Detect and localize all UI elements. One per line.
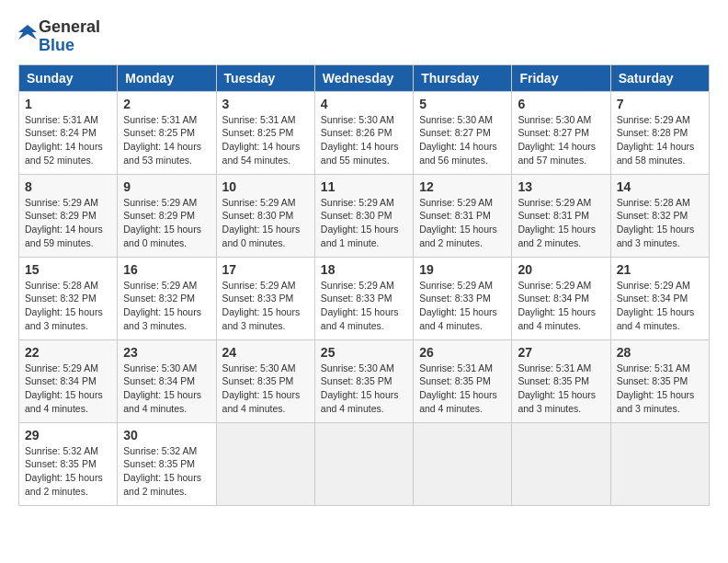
day-detail: Sunrise: 5:29 AMSunset: 8:30 PMDaylight:… xyxy=(321,196,407,250)
sunrise-text: Sunrise: 5:29 AM xyxy=(419,197,493,208)
week-row-5: 29Sunrise: 5:32 AMSunset: 8:35 PMDayligh… xyxy=(19,422,710,505)
day-detail: Sunrise: 5:29 AMSunset: 8:33 PMDaylight:… xyxy=(321,279,407,333)
week-row-1: 1Sunrise: 5:31 AMSunset: 8:24 PMDaylight… xyxy=(19,91,710,174)
daylight-minutes: and 52 minutes. xyxy=(25,155,94,166)
sunrise-text: Sunrise: 5:31 AM xyxy=(617,362,690,373)
calendar-cell: 30Sunrise: 5:32 AMSunset: 8:35 PMDayligh… xyxy=(118,422,216,505)
sunrise-text: Sunrise: 5:29 AM xyxy=(123,197,197,208)
day-number: 9 xyxy=(123,179,210,194)
daylight-minutes: and 3 minutes. xyxy=(123,320,187,331)
calendar-cell xyxy=(216,422,314,505)
sunrise-text: Sunrise: 5:30 AM xyxy=(123,362,197,373)
sunrise-text: Sunrise: 5:31 AM xyxy=(123,114,197,125)
day-detail: Sunrise: 5:29 AMSunset: 8:28 PMDaylight:… xyxy=(617,113,703,167)
daylight-minutes: and 55 minutes. xyxy=(321,155,390,166)
daylight-label: Daylight: 14 hours xyxy=(123,141,201,152)
daylight-label: Daylight: 15 hours xyxy=(123,306,201,317)
daylight-label: Daylight: 15 hours xyxy=(617,306,695,317)
week-row-2: 8Sunrise: 5:29 AMSunset: 8:29 PMDaylight… xyxy=(19,174,710,257)
sunrise-text: Sunrise: 5:28 AM xyxy=(617,197,690,208)
day-detail: Sunrise: 5:31 AMSunset: 8:35 PMDaylight:… xyxy=(419,362,506,416)
daylight-minutes: and 4 minutes. xyxy=(419,403,483,414)
daylight-minutes: and 2 minutes. xyxy=(419,237,483,248)
daylight-label: Daylight: 15 hours xyxy=(419,389,497,400)
sunrise-text: Sunrise: 5:29 AM xyxy=(321,197,394,208)
calendar-cell: 7Sunrise: 5:29 AMSunset: 8:28 PMDaylight… xyxy=(610,91,709,174)
day-number: 15 xyxy=(25,262,111,277)
day-detail: Sunrise: 5:29 AMSunset: 8:31 PMDaylight:… xyxy=(518,196,604,250)
sunrise-text: Sunrise: 5:29 AM xyxy=(25,362,98,373)
sunset-text: Sunset: 8:31 PM xyxy=(518,210,589,221)
sunrise-text: Sunrise: 5:31 AM xyxy=(25,114,98,125)
header: General Blue xyxy=(18,18,710,55)
day-number: 29 xyxy=(25,428,111,442)
daylight-minutes: and 4 minutes. xyxy=(419,320,483,331)
day-number: 28 xyxy=(617,345,703,360)
sunset-text: Sunset: 8:27 PM xyxy=(419,127,491,138)
calendar-cell: 2Sunrise: 5:31 AMSunset: 8:25 PMDaylight… xyxy=(118,91,216,174)
svg-marker-0 xyxy=(18,25,37,40)
day-detail: Sunrise: 5:28 AMSunset: 8:32 PMDaylight:… xyxy=(617,196,703,250)
day-number: 27 xyxy=(518,345,604,360)
day-number: 20 xyxy=(518,262,604,277)
day-number: 24 xyxy=(222,345,309,360)
calendar-cell: 15Sunrise: 5:28 AMSunset: 8:32 PMDayligh… xyxy=(19,257,118,339)
daylight-label: Daylight: 15 hours xyxy=(419,224,497,235)
day-number: 7 xyxy=(617,97,703,111)
sunset-text: Sunset: 8:30 PM xyxy=(222,210,294,221)
calendar-cell: 11Sunrise: 5:29 AMSunset: 8:30 PMDayligh… xyxy=(314,174,413,257)
calendar-cell: 8Sunrise: 5:29 AMSunset: 8:29 PMDaylight… xyxy=(19,174,118,257)
calendar-cell: 21Sunrise: 5:29 AMSunset: 8:34 PMDayligh… xyxy=(610,257,709,339)
daylight-minutes: and 0 minutes. xyxy=(222,237,286,248)
sunset-text: Sunset: 8:25 PM xyxy=(222,127,294,138)
sunset-text: Sunset: 8:28 PM xyxy=(617,127,688,138)
day-detail: Sunrise: 5:30 AMSunset: 8:35 PMDaylight:… xyxy=(321,362,407,416)
daylight-minutes: and 58 minutes. xyxy=(617,155,686,166)
daylight-minutes: and 54 minutes. xyxy=(222,155,291,166)
sunset-text: Sunset: 8:29 PM xyxy=(123,210,195,221)
day-detail: Sunrise: 5:29 AMSunset: 8:33 PMDaylight:… xyxy=(222,279,309,333)
sunrise-text: Sunrise: 5:30 AM xyxy=(419,114,493,125)
sunset-text: Sunset: 8:35 PM xyxy=(123,458,195,469)
sunrise-text: Sunrise: 5:29 AM xyxy=(321,280,394,291)
daylight-minutes: and 1 minute. xyxy=(321,237,380,248)
sunrise-text: Sunrise: 5:32 AM xyxy=(25,445,98,456)
day-detail: Sunrise: 5:31 AMSunset: 8:24 PMDaylight:… xyxy=(25,113,111,167)
calendar-cell: 9Sunrise: 5:29 AMSunset: 8:29 PMDaylight… xyxy=(118,174,216,257)
calendar-cell: 23Sunrise: 5:30 AMSunset: 8:34 PMDayligh… xyxy=(118,339,216,422)
calendar-cell: 17Sunrise: 5:29 AMSunset: 8:33 PMDayligh… xyxy=(216,257,314,339)
calendar-cell: 5Sunrise: 5:30 AMSunset: 8:27 PMDaylight… xyxy=(414,91,512,174)
day-number: 14 xyxy=(617,179,703,194)
daylight-label: Daylight: 14 hours xyxy=(518,141,596,152)
day-detail: Sunrise: 5:31 AMSunset: 8:35 PMDaylight:… xyxy=(617,362,703,416)
daylight-minutes: and 2 minutes. xyxy=(123,486,187,497)
day-number: 10 xyxy=(222,179,309,194)
sunrise-text: Sunrise: 5:30 AM xyxy=(222,362,296,373)
sunset-text: Sunset: 8:35 PM xyxy=(518,375,589,386)
day-detail: Sunrise: 5:29 AMSunset: 8:33 PMDaylight:… xyxy=(419,279,506,333)
calendar-cell: 14Sunrise: 5:28 AMSunset: 8:32 PMDayligh… xyxy=(610,174,709,257)
sunrise-text: Sunrise: 5:31 AM xyxy=(518,362,591,373)
sunset-text: Sunset: 8:26 PM xyxy=(321,127,392,138)
sunrise-text: Sunrise: 5:30 AM xyxy=(518,114,591,125)
daylight-label: Daylight: 15 hours xyxy=(321,224,399,235)
sunset-text: Sunset: 8:34 PM xyxy=(25,375,97,386)
day-number: 8 xyxy=(25,179,111,194)
day-detail: Sunrise: 5:30 AMSunset: 8:34 PMDaylight:… xyxy=(123,362,210,416)
sunrise-text: Sunrise: 5:31 AM xyxy=(222,114,296,125)
daylight-label: Daylight: 15 hours xyxy=(321,389,399,400)
calendar-cell xyxy=(610,422,709,505)
daylight-label: Daylight: 15 hours xyxy=(222,306,301,317)
logo: General Blue xyxy=(18,18,100,55)
sunrise-text: Sunrise: 5:29 AM xyxy=(222,197,296,208)
day-detail: Sunrise: 5:29 AMSunset: 8:32 PMDaylight:… xyxy=(123,279,210,333)
sunrise-text: Sunrise: 5:29 AM xyxy=(222,280,296,291)
sunrise-text: Sunrise: 5:29 AM xyxy=(617,280,690,291)
logo-container: General Blue xyxy=(18,18,100,55)
daylight-minutes: and 59 minutes. xyxy=(25,237,94,248)
header-day-tuesday: Tuesday xyxy=(216,64,314,91)
daylight-minutes: and 4 minutes. xyxy=(222,403,286,414)
daylight-label: Daylight: 14 hours xyxy=(617,141,695,152)
calendar-cell xyxy=(512,422,610,505)
day-number: 4 xyxy=(321,97,407,111)
